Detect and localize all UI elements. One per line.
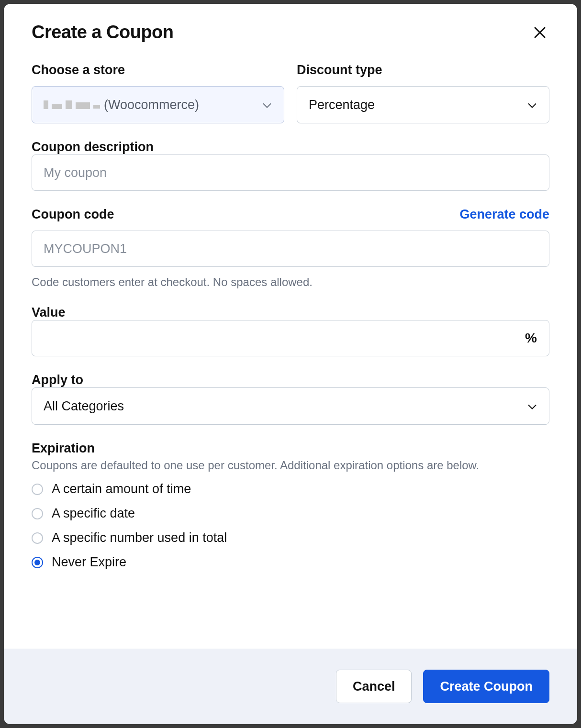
store-select[interactable]: (Woocommerce) <box>32 86 284 123</box>
description-input[interactable] <box>32 154 549 191</box>
generate-code-link[interactable]: Generate code <box>459 207 549 222</box>
code-input[interactable] <box>32 231 549 267</box>
value-label: Value <box>32 305 66 320</box>
code-field: Coupon code Generate code Code customers… <box>32 207 549 289</box>
store-field: Choose a store (Woocommerce) <box>32 63 284 123</box>
close-icon <box>533 25 547 40</box>
radio-label: Never Expire <box>52 555 126 570</box>
value-suffix: % <box>525 331 537 346</box>
expiration-option-time[interactable]: A certain amount of time <box>32 482 549 496</box>
store-redacted-name <box>44 100 100 109</box>
radio-label: A certain amount of time <box>52 482 191 496</box>
store-discount-row: Choose a store (Woocommerce) <box>32 63 549 123</box>
store-label: Choose a store <box>32 63 284 77</box>
create-coupon-button[interactable]: Create Coupon <box>423 670 549 703</box>
modal-header: Create a Coupon <box>32 22 549 43</box>
radio-label: A specific date <box>52 506 135 521</box>
modal-body: Create a Coupon Choose a store <box>4 4 577 649</box>
chevron-down-icon <box>528 399 536 414</box>
discount-type-value: Percentage <box>309 98 375 112</box>
chevron-down-icon <box>263 98 271 112</box>
value-field: Value % <box>32 305 549 356</box>
expiration-label: Expiration <box>32 441 95 455</box>
store-value-suffix: (Woocommerce) <box>104 98 199 112</box>
close-button[interactable] <box>530 23 549 42</box>
radio-icon <box>32 532 43 544</box>
create-coupon-modal: Create a Coupon Choose a store <box>4 4 577 724</box>
discount-type-field: Discount type Percentage <box>297 63 549 123</box>
expiration-field: Expiration Coupons are defaulted to one … <box>32 441 549 570</box>
description-label: Coupon description <box>32 140 154 154</box>
code-helper: Code customers enter at checkout. No spa… <box>32 276 549 289</box>
expiration-helper: Coupons are defaulted to one use per cus… <box>32 459 549 472</box>
radio-icon <box>32 484 43 495</box>
apply-to-label: Apply to <box>32 373 83 387</box>
radio-icon <box>32 557 43 568</box>
expiration-options: A certain amount of time A specific date… <box>32 482 549 570</box>
apply-to-field: Apply to All Categories <box>32 373 549 425</box>
radio-icon <box>32 508 43 519</box>
apply-to-value: All Categories <box>44 399 124 414</box>
discount-type-select[interactable]: Percentage <box>297 86 549 123</box>
modal-title: Create a Coupon <box>32 22 174 43</box>
chevron-down-icon <box>528 98 536 112</box>
expiration-option-date[interactable]: A specific date <box>32 506 549 521</box>
description-field: Coupon description <box>32 140 549 191</box>
value-input[interactable] <box>32 320 549 356</box>
modal-footer: Cancel Create Coupon <box>4 649 577 724</box>
expiration-option-uses[interactable]: A specific number used in total <box>32 530 549 545</box>
discount-type-label: Discount type <box>297 63 549 77</box>
code-label: Coupon code <box>32 207 114 222</box>
radio-label: A specific number used in total <box>52 530 227 545</box>
apply-to-select[interactable]: All Categories <box>32 387 549 425</box>
cancel-button[interactable]: Cancel <box>336 670 412 703</box>
expiration-option-never[interactable]: Never Expire <box>32 555 549 570</box>
